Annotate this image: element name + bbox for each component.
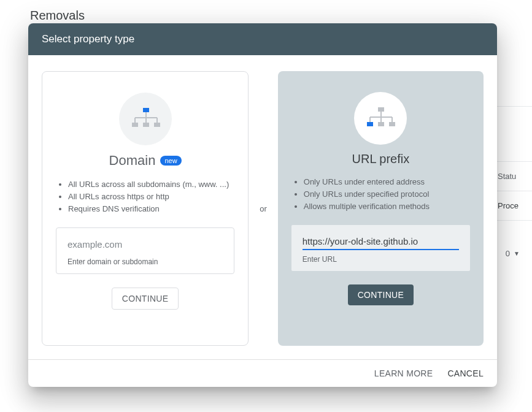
property-card-url-prefix[interactable]: URL prefix Only URLs under entered addre…	[278, 71, 484, 346]
list-item: Requires DNS verification	[68, 203, 234, 215]
list-item: Only URLs under specified protocol	[304, 188, 470, 200]
modal-footer: LEARN MORE CANCEL	[28, 359, 497, 387]
background-table-fragment: Statu Proce	[495, 23, 532, 221]
svg-rect-8	[154, 123, 160, 127]
url-hierarchy-icon	[354, 92, 407, 145]
card-title-url-prefix: URL prefix	[352, 152, 410, 166]
table-row: Proce	[495, 191, 532, 221]
svg-rect-7	[143, 123, 149, 127]
domain-input[interactable]	[67, 237, 223, 253]
select-property-modal: Select property type Domain new	[28, 23, 497, 387]
svg-rect-15	[367, 122, 373, 126]
continue-button-domain[interactable]: CONTINUE	[112, 288, 179, 310]
learn-more-button[interactable]: LEARN MORE	[374, 368, 433, 378]
table-header-status: Statu	[495, 162, 532, 191]
list-item: Only URLs under entered address	[304, 176, 470, 188]
property-card-domain[interactable]: Domain new All URLs across all subdomain…	[42, 71, 249, 346]
domain-hierarchy-icon	[119, 93, 172, 145]
or-divider: or	[258, 204, 268, 213]
cancel-button[interactable]: CANCEL	[447, 368, 484, 378]
domain-bullets: All URLs across all subdomains (m., www.…	[56, 178, 234, 215]
svg-rect-6	[132, 123, 138, 127]
rows-number: 0	[506, 249, 510, 258]
chevron-down-icon: ▼	[514, 250, 520, 257]
url-input-helper: Enter URL	[303, 255, 459, 264]
list-item: All URLs across all subdomains (m., www.…	[68, 178, 234, 191]
list-item: Allows multiple verification methods	[304, 200, 470, 213]
domain-input-container: Enter domain or subdomain	[56, 227, 234, 274]
new-badge: new	[160, 156, 181, 166]
url-bullets: Only URLs under entered address Only URL…	[291, 176, 470, 213]
url-input[interactable]	[303, 234, 459, 250]
domain-input-helper: Enter domain or subdomain	[67, 258, 223, 266]
list-item: All URLs across https or http	[68, 191, 234, 203]
svg-rect-9	[378, 107, 384, 112]
rows-per-page[interactable]: 0 ▼	[506, 249, 520, 258]
continue-button-url[interactable]: CONTINUE	[348, 284, 414, 305]
svg-rect-16	[378, 122, 384, 126]
page-title: Removals	[30, 9, 85, 23]
modal-body: Domain new All URLs across all subdomain…	[28, 55, 497, 359]
svg-rect-17	[389, 122, 395, 126]
modal-title: Select property type	[28, 23, 497, 55]
url-input-container: Enter URL	[291, 225, 470, 271]
svg-rect-0	[143, 108, 149, 112]
card-title-domain: Domain	[109, 153, 156, 169]
